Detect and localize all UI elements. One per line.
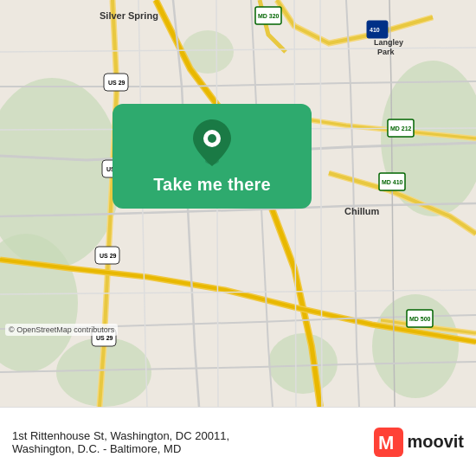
svg-text:M: M [378,432,394,453]
svg-text:MD 212: MD 212 [390,125,412,132]
moovit-logo: M moovit [374,428,464,457]
cta-card[interactable]: Take me there [113,104,312,209]
svg-text:US 29: US 29 [108,80,125,86]
svg-text:Chillum: Chillum [344,206,380,216]
svg-text:MD 320: MD 320 [258,13,280,19]
info-bar: 1st Rittenhouse St, Washington, DC 20011… [0,407,476,476]
address-line1: 1st Rittenhouse St, Washington, DC 20011… [12,429,229,442]
svg-text:Park: Park [377,48,396,56]
svg-point-6 [268,333,338,394]
address-block: 1st Rittenhouse St, Washington, DC 20011… [12,429,229,455]
cta-button-label: Take me there [153,175,271,195]
svg-text:US 29: US 29 [100,253,117,259]
svg-text:US 29: US 29 [96,335,113,341]
svg-text:Silver Spring: Silver Spring [100,10,158,21]
svg-text:Langley: Langley [374,38,403,47]
svg-text:MD 500: MD 500 [409,316,431,322]
svg-text:410: 410 [370,27,380,33]
moovit-brand-icon: M [374,428,403,457]
svg-point-33 [208,134,216,143]
map-area: Silver Spring US 29 US 29 US 29 US 29 MD… [0,0,476,407]
osm-credit: © OpenStreetMap contributors [5,324,118,336]
moovit-brand-name: moovit [407,432,464,452]
map-pin-icon [193,119,231,166]
svg-text:MD 410: MD 410 [382,179,403,185]
address-line2: Washington, D.C. - Baltimore, MD [12,442,229,455]
